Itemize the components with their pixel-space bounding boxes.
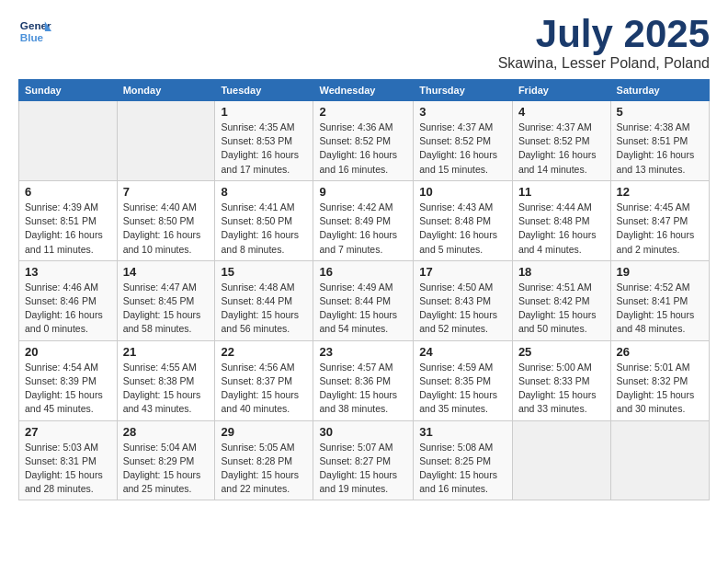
calendar-cell: 14Sunrise: 4:47 AM Sunset: 8:45 PM Dayli… [117,260,215,340]
calendar-cell: 24Sunrise: 4:59 AM Sunset: 8:35 PM Dayli… [414,340,513,420]
calendar-cell: 18Sunrise: 4:51 AM Sunset: 8:42 PM Dayli… [512,260,610,340]
calendar-cell: 5Sunrise: 4:38 AM Sunset: 8:51 PM Daylig… [610,101,709,181]
logo-icon: General Blue [18,15,51,48]
day-detail: Sunrise: 4:50 AM Sunset: 8:43 PM Dayligh… [419,281,506,337]
day-number: 24 [419,345,506,359]
calendar-cell: 21Sunrise: 4:55 AM Sunset: 8:38 PM Dayli… [117,340,215,420]
day-number: 12 [617,185,703,199]
day-number: 26 [617,345,703,359]
calendar-cell [19,101,118,181]
weekday-header-saturday: Saturday [610,80,709,101]
calendar-week-4: 20Sunrise: 4:54 AM Sunset: 8:39 PM Dayli… [19,340,710,420]
day-number: 28 [123,425,210,439]
day-detail: Sunrise: 5:07 AM Sunset: 8:27 PM Dayligh… [319,441,407,497]
svg-text:Blue: Blue [20,31,44,43]
day-number: 7 [123,185,210,199]
weekday-header-friday: Friday [512,80,610,101]
day-detail: Sunrise: 4:49 AM Sunset: 8:44 PM Dayligh… [319,281,407,337]
calendar-cell: 13Sunrise: 4:46 AM Sunset: 8:46 PM Dayli… [19,260,118,340]
day-number: 18 [518,265,605,279]
day-detail: Sunrise: 5:00 AM Sunset: 8:33 PM Dayligh… [518,361,605,417]
location: Skawina, Lesser Poland, Poland [498,55,710,72]
day-detail: Sunrise: 4:37 AM Sunset: 8:52 PM Dayligh… [518,121,605,177]
day-detail: Sunrise: 4:35 AM Sunset: 8:53 PM Dayligh… [221,121,307,177]
day-number: 17 [419,265,506,279]
calendar-cell: 25Sunrise: 5:00 AM Sunset: 8:33 PM Dayli… [512,340,610,420]
calendar-cell: 22Sunrise: 4:56 AM Sunset: 8:37 PM Dayli… [215,340,313,420]
day-number: 11 [518,185,605,199]
weekday-header-wednesday: Wednesday [313,80,414,101]
day-detail: Sunrise: 5:03 AM Sunset: 8:31 PM Dayligh… [25,441,111,497]
calendar-cell: 28Sunrise: 5:04 AM Sunset: 8:29 PM Dayli… [117,420,215,500]
calendar-cell: 19Sunrise: 4:52 AM Sunset: 8:41 PM Dayli… [610,260,709,340]
calendar-cell: 4Sunrise: 4:37 AM Sunset: 8:52 PM Daylig… [512,101,610,181]
day-detail: Sunrise: 4:52 AM Sunset: 8:41 PM Dayligh… [617,281,703,337]
calendar-week-5: 27Sunrise: 5:03 AM Sunset: 8:31 PM Dayli… [19,420,710,500]
weekday-header-sunday: Sunday [19,80,118,101]
calendar-cell: 17Sunrise: 4:50 AM Sunset: 8:43 PM Dayli… [414,260,513,340]
day-number: 13 [25,265,111,279]
day-detail: Sunrise: 5:08 AM Sunset: 8:25 PM Dayligh… [419,441,506,497]
calendar-cell: 6Sunrise: 4:39 AM Sunset: 8:51 PM Daylig… [19,180,118,260]
day-number: 25 [518,345,605,359]
day-number: 1 [221,105,307,119]
calendar-cell: 7Sunrise: 4:40 AM Sunset: 8:50 PM Daylig… [117,180,215,260]
calendar-cell [117,101,215,181]
calendar-week-2: 6Sunrise: 4:39 AM Sunset: 8:51 PM Daylig… [19,180,710,260]
day-number: 10 [419,185,506,199]
calendar-cell [610,420,709,500]
day-number: 22 [221,345,307,359]
day-detail: Sunrise: 4:44 AM Sunset: 8:48 PM Dayligh… [518,201,605,257]
day-number: 30 [319,425,407,439]
day-detail: Sunrise: 5:04 AM Sunset: 8:29 PM Dayligh… [123,441,210,497]
calendar-table: SundayMondayTuesdayWednesdayThursdayFrid… [18,79,710,500]
day-number: 8 [221,185,307,199]
calendar-cell: 16Sunrise: 4:49 AM Sunset: 8:44 PM Dayli… [313,260,414,340]
day-detail: Sunrise: 4:57 AM Sunset: 8:36 PM Dayligh… [319,361,407,417]
day-detail: Sunrise: 5:05 AM Sunset: 8:28 PM Dayligh… [221,441,307,497]
month-title: July 2025 [498,15,710,53]
weekday-header-tuesday: Tuesday [215,80,313,101]
day-number: 3 [419,105,506,119]
day-number: 15 [221,265,307,279]
day-detail: Sunrise: 4:41 AM Sunset: 8:50 PM Dayligh… [221,201,307,257]
day-detail: Sunrise: 4:45 AM Sunset: 8:47 PM Dayligh… [617,201,703,257]
day-detail: Sunrise: 4:55 AM Sunset: 8:38 PM Dayligh… [123,361,210,417]
day-detail: Sunrise: 4:46 AM Sunset: 8:46 PM Dayligh… [25,281,111,337]
day-detail: Sunrise: 4:56 AM Sunset: 8:37 PM Dayligh… [221,361,307,417]
day-number: 27 [25,425,111,439]
calendar-cell: 27Sunrise: 5:03 AM Sunset: 8:31 PM Dayli… [19,420,118,500]
day-detail: Sunrise: 4:48 AM Sunset: 8:44 PM Dayligh… [221,281,307,337]
day-number: 31 [419,425,506,439]
day-number: 6 [25,185,111,199]
weekday-header-monday: Monday [117,80,215,101]
day-detail: Sunrise: 4:37 AM Sunset: 8:52 PM Dayligh… [419,121,506,177]
calendar-cell: 20Sunrise: 4:54 AM Sunset: 8:39 PM Dayli… [19,340,118,420]
day-number: 2 [319,105,407,119]
calendar-cell: 8Sunrise: 4:41 AM Sunset: 8:50 PM Daylig… [215,180,313,260]
calendar-cell: 15Sunrise: 4:48 AM Sunset: 8:44 PM Dayli… [215,260,313,340]
day-number: 4 [518,105,605,119]
day-detail: Sunrise: 4:36 AM Sunset: 8:52 PM Dayligh… [319,121,407,177]
calendar-week-1: 1Sunrise: 4:35 AM Sunset: 8:53 PM Daylig… [19,101,710,181]
calendar-cell [512,420,610,500]
calendar-cell: 9Sunrise: 4:42 AM Sunset: 8:49 PM Daylig… [313,180,414,260]
calendar-cell: 26Sunrise: 5:01 AM Sunset: 8:32 PM Dayli… [610,340,709,420]
day-number: 21 [123,345,210,359]
calendar-cell: 23Sunrise: 4:57 AM Sunset: 8:36 PM Dayli… [313,340,414,420]
calendar-cell: 31Sunrise: 5:08 AM Sunset: 8:25 PM Dayli… [414,420,513,500]
day-detail: Sunrise: 4:42 AM Sunset: 8:49 PM Dayligh… [319,201,407,257]
calendar-cell: 29Sunrise: 5:05 AM Sunset: 8:28 PM Dayli… [215,420,313,500]
calendar-cell: 12Sunrise: 4:45 AM Sunset: 8:47 PM Dayli… [610,180,709,260]
calendar-week-3: 13Sunrise: 4:46 AM Sunset: 8:46 PM Dayli… [19,260,710,340]
day-number: 20 [25,345,111,359]
day-number: 29 [221,425,307,439]
day-number: 19 [617,265,703,279]
title-block: July 2025 Skawina, Lesser Poland, Poland [498,15,710,72]
day-number: 14 [123,265,210,279]
day-detail: Sunrise: 4:47 AM Sunset: 8:45 PM Dayligh… [123,281,210,337]
calendar-cell: 3Sunrise: 4:37 AM Sunset: 8:52 PM Daylig… [414,101,513,181]
page-header: General Blue July 2025 Skawina, Lesser P… [18,15,710,72]
day-detail: Sunrise: 5:01 AM Sunset: 8:32 PM Dayligh… [617,361,703,417]
day-number: 5 [617,105,703,119]
